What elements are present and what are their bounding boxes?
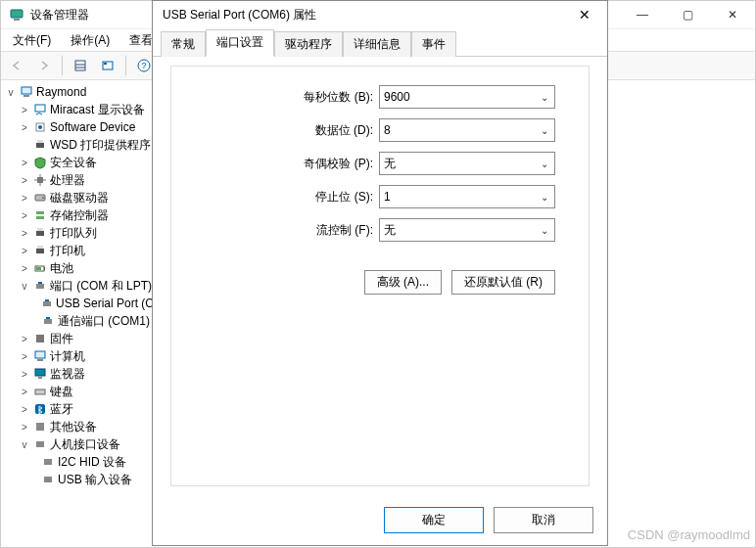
security-icon <box>32 155 48 170</box>
expander-icon[interactable]: > <box>19 422 30 433</box>
disk-icon <box>32 190 48 206</box>
tab-details[interactable]: 详细信息 <box>343 31 411 57</box>
maximize-button[interactable]: ▢ <box>665 1 710 28</box>
tree-item-i2c-hid[interactable]: I2C HID 设备 <box>1 453 152 471</box>
menu-action[interactable]: 操作(A) <box>63 30 118 51</box>
tree-item[interactable]: >Miracast 显示设备 <box>1 101 152 118</box>
tree-item-label: 其他设备 <box>50 419 97 435</box>
tree-item-label: I2C HID 设备 <box>58 454 126 471</box>
svg-rect-39 <box>46 317 50 319</box>
tree-item-label: USB 输入设备 <box>58 472 132 488</box>
chevron-down-icon: ⌄ <box>541 192 554 203</box>
tree-root[interactable]: v Raymond <box>1 83 152 101</box>
tab-general[interactable]: 常规 <box>161 31 206 57</box>
tree-item-label: 安全设备 <box>50 155 97 171</box>
expander-icon[interactable]: v <box>19 281 30 292</box>
printer-icon <box>32 243 48 258</box>
expander-icon[interactable]: > <box>19 158 30 168</box>
svg-rect-11 <box>22 87 31 94</box>
tree-item[interactable]: >计算机 <box>1 347 152 365</box>
databits-select[interactable]: 8 ⌄ <box>379 118 555 142</box>
other-icon <box>32 419 48 434</box>
expander-icon[interactable]: > <box>19 193 30 204</box>
tree-item[interactable]: >磁盘驱动器 <box>1 189 152 206</box>
restore-defaults-button[interactable]: 还原默认值 (R) <box>451 270 555 295</box>
tree-item[interactable]: >蓝牙 <box>1 400 152 418</box>
tree-item[interactable]: >存储控制器 <box>1 206 152 224</box>
tree-item[interactable]: >处理器 <box>1 171 152 189</box>
tree-item-label: 电池 <box>50 260 73 277</box>
tree-item-label: 处理器 <box>50 172 85 189</box>
menu-file[interactable]: 文件(F) <box>5 30 59 51</box>
tree-item[interactable]: >电池 <box>1 259 152 277</box>
tab-port-settings[interactable]: 端口设置 <box>206 29 274 57</box>
tree-item-hid[interactable]: v人机接口设备 <box>1 435 152 453</box>
toolbar-details-icon[interactable] <box>96 54 119 77</box>
tree-item[interactable]: >安全设备 <box>1 154 152 171</box>
tree-item-usb-input[interactable]: USB 输入设备 <box>1 471 152 488</box>
tree-item-label: 人机接口设备 <box>50 436 120 453</box>
expander-icon[interactable]: > <box>19 351 30 362</box>
stopbits-select[interactable]: 1 ⌄ <box>379 185 555 208</box>
baud-select[interactable]: 9600 ⌄ <box>379 85 555 109</box>
expander-icon[interactable]: > <box>19 105 30 115</box>
close-button[interactable]: ✕ <box>710 1 755 28</box>
close-button[interactable]: ✕ <box>562 1 607 28</box>
tab-events[interactable]: 事件 <box>411 31 456 57</box>
tree-item[interactable]: .WSD 打印提供程序 <box>1 136 152 154</box>
tree-item-label: 蓝牙 <box>50 401 73 418</box>
expander-icon[interactable]: > <box>19 334 30 344</box>
tab-driver[interactable]: 驱动程序 <box>274 31 343 57</box>
tree-item-ports[interactable]: v端口 (COM 和 LPT) <box>1 277 152 295</box>
settings-panel: 每秒位数 (B): 9600 ⌄ 数据位 (D): 8 ⌄ 奇偶校验 (P): … <box>170 66 590 486</box>
tree-item[interactable]: >其他设备 <box>1 418 152 435</box>
tree-item[interactable]: >监视器 <box>1 365 152 383</box>
tree-item-label: 打印队列 <box>50 225 97 242</box>
parity-select[interactable]: 无 ⌄ <box>379 152 555 175</box>
tree-item-label: 计算机 <box>50 348 85 365</box>
expander-icon[interactable]: > <box>19 228 30 239</box>
port-icon <box>40 296 54 311</box>
chevron-down-icon: ⌄ <box>541 125 554 136</box>
tree-item-usb-serial[interactable]: USB Serial Port (COM6) <box>1 295 152 312</box>
expander-icon[interactable]: > <box>19 387 30 397</box>
tree-item[interactable]: >固件 <box>1 330 152 347</box>
tree-item[interactable]: >Software Device <box>1 118 152 136</box>
software-icon <box>32 119 48 135</box>
svg-rect-37 <box>45 299 49 301</box>
expander-icon[interactable]: > <box>19 263 30 274</box>
databits-label: 数据位 (D): <box>315 122 379 139</box>
tree-item[interactable]: >打印队列 <box>1 224 152 242</box>
expander-icon[interactable]: v <box>19 439 30 450</box>
dialog-titlebar: USB Serial Port (COM6) 属性 ✕ <box>153 1 607 28</box>
chevron-down-icon: ⌄ <box>541 159 554 169</box>
computer-icon <box>32 348 48 364</box>
expander-icon[interactable]: > <box>19 175 30 186</box>
parity-label: 奇偶校验 (P): <box>304 156 379 172</box>
svg-rect-42 <box>37 359 43 361</box>
toolbar-view-icon[interactable] <box>69 54 92 77</box>
ok-button[interactable]: 确定 <box>384 507 484 533</box>
advanced-button[interactable]: 高级 (A)... <box>364 270 442 295</box>
device-tree[interactable]: v Raymond >Miracast 显示设备 >Software Devic… <box>1 79 152 547</box>
tree-item[interactable]: >打印机 <box>1 242 152 259</box>
tree-item-label: 存储控制器 <box>50 207 109 224</box>
tree-root-label: Raymond <box>36 85 86 99</box>
minimize-button[interactable]: — <box>620 1 665 28</box>
tree-item-com1[interactable]: 通信端口 (COM1) <box>1 312 152 330</box>
flowcontrol-select[interactable]: 无 ⌄ <box>379 218 555 242</box>
expander-icon[interactable]: > <box>19 122 30 133</box>
cpu-icon <box>32 172 48 188</box>
expander-icon[interactable]: > <box>19 210 30 221</box>
tree-item[interactable]: >键盘 <box>1 383 152 400</box>
expander-icon[interactable]: > <box>19 246 30 256</box>
print-queue-icon <box>32 225 48 241</box>
expander-icon[interactable]: v <box>5 87 17 98</box>
dialog-footer: 确定 取消 <box>384 507 593 533</box>
tree-item-label: 监视器 <box>50 366 85 383</box>
svg-rect-0 <box>11 10 23 18</box>
watermark: CSDN @raymoodlmd <box>628 527 750 542</box>
cancel-button[interactable]: 取消 <box>494 507 593 533</box>
expander-icon[interactable]: > <box>19 404 30 415</box>
expander-icon[interactable]: > <box>19 369 30 380</box>
